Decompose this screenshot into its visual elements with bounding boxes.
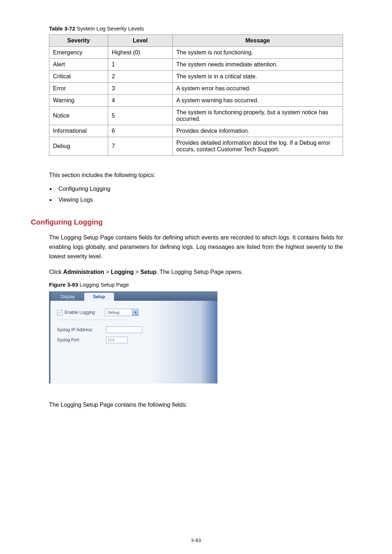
breadcrumb-sep: > (134, 269, 140, 275)
cell-severity: Debug (49, 137, 108, 156)
cell-message: The system is in a critical state. (172, 71, 343, 83)
logging-setup-screenshot: Display Setup ✓ Enable Logging Debug ▼ S… (49, 291, 217, 383)
col-level: Level (108, 35, 172, 47)
table-caption: Table 3-72 System Log Severity Levels (49, 25, 343, 32)
table-row: Debug 7 Provides detailed information ab… (49, 137, 343, 156)
figure-caption-number: Figure 3-93 (49, 282, 78, 288)
table-row: Notice 5 The system is functioning prope… (49, 107, 343, 125)
cell-level: 5 (108, 107, 172, 125)
log-level-value: Debug (105, 310, 132, 315)
syslog-port-row: Syslog Port (57, 337, 211, 343)
col-severity: Severity (49, 35, 108, 47)
cell-level: 1 (108, 59, 172, 71)
breadcrumb-part: Logging (111, 269, 134, 275)
cell-level: 3 (108, 83, 172, 95)
page-number: 3-83 (0, 538, 392, 543)
cell-severity: Warning (49, 95, 108, 107)
figure-caption: Figure 3-93 Logging Setup Page (49, 282, 343, 288)
list-item: Viewing Logs (56, 194, 343, 205)
table-row: Critical 2 The system is in a critical s… (49, 71, 343, 83)
cell-severity: Notice (49, 107, 108, 125)
table-caption-text: System Log Severity Levels (75, 25, 144, 32)
breadcrumb-sep: > (104, 269, 111, 275)
cell-severity: Informational (49, 125, 108, 137)
tab-display[interactable]: Display (52, 293, 83, 301)
cell-level: 7 (108, 137, 172, 156)
cell-level: 6 (108, 125, 172, 137)
setup-panel: ✓ Enable Logging Debug ▼ Syslog IP Addre… (50, 301, 217, 383)
syslog-port-input[interactable] (106, 337, 128, 343)
navigation-instruction: Click Administration > Logging > Setup. … (49, 267, 343, 277)
cell-severity: Critical (49, 71, 108, 83)
text: Click (49, 269, 63, 275)
table-row: Alert 1 The system needs immediate atten… (49, 59, 343, 71)
figure-caption-text: Logging Setup Page (78, 282, 129, 288)
breadcrumb-part: Setup (140, 269, 156, 275)
tab-bar: Display Setup (50, 291, 217, 301)
cell-message: Provides device information. (172, 125, 343, 137)
topic-list: Configuring Logging Viewing Logs (56, 184, 343, 206)
syslog-ip-label: Syslog IP Address (57, 327, 106, 332)
table-header-row: Severity Level Message (49, 35, 343, 47)
cell-level: Highest (0) (108, 47, 172, 59)
list-item: Configuring Logging (56, 184, 343, 194)
cell-severity: Emergency (49, 47, 108, 59)
table-row: Error 3 A system error has occurred. (49, 83, 343, 95)
cell-message: The system is functioning properly, but … (172, 107, 343, 125)
enable-logging-row: ✓ Enable Logging Debug ▼ (57, 309, 211, 316)
enable-logging-checkbox[interactable]: ✓ (57, 310, 62, 315)
cell-level: 2 (108, 71, 172, 83)
syslog-ip-row: Syslog IP Address (57, 327, 211, 333)
table-row: Emergency Highest (0) The system is not … (49, 47, 343, 59)
section-intro: This section includes the following topi… (49, 171, 343, 180)
table-row: Informational 6 Provides device informat… (49, 125, 343, 137)
document-page: Table 3-72 System Log Severity Levels Se… (0, 0, 392, 554)
section-heading: Configuring Logging (31, 218, 343, 226)
text: . The Logging Setup Page opens. (156, 269, 243, 275)
tab-setup[interactable]: Setup (84, 293, 114, 301)
cell-message: A system warning has occurred. (172, 95, 343, 107)
cell-message: The system is not functioning. (172, 47, 343, 59)
cell-severity: Alert (49, 59, 108, 71)
cell-level: 4 (108, 95, 172, 107)
cell-message: Provides detailed information about the … (172, 137, 343, 156)
syslog-port-label: Syslog Port (57, 337, 106, 342)
section-paragraph: The Logging Setup Page contains fields f… (49, 233, 343, 262)
breadcrumb-part: Administration (63, 269, 104, 275)
cell-message: The system needs immediate attention. (172, 59, 343, 71)
divider (57, 320, 126, 320)
chevron-down-icon: ▼ (132, 309, 138, 316)
cell-severity: Error (49, 83, 108, 95)
table-row: Warning 4 A system warning has occurred. (49, 95, 343, 107)
severity-table: Severity Level Message Emergency Highest… (49, 34, 343, 156)
log-level-select[interactable]: Debug ▼ (105, 309, 139, 316)
syslog-ip-input[interactable] (106, 327, 142, 333)
col-message: Message (172, 35, 343, 47)
enable-logging-label: Enable Logging (65, 310, 95, 315)
section-trailing-text: The Logging Setup Page contains the foll… (49, 400, 343, 410)
table-caption-number: Table 3-72 (49, 25, 75, 32)
cell-message: A system error has occurred. (172, 83, 343, 95)
